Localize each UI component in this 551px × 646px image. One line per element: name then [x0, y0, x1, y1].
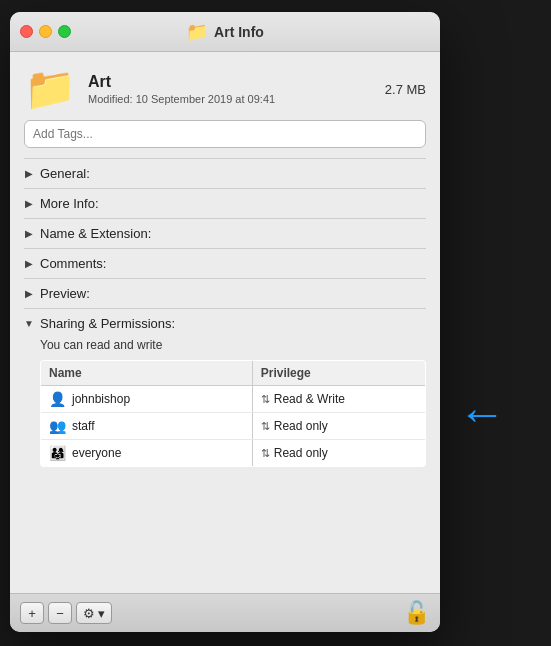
name-extension-arrow-icon	[24, 229, 34, 239]
maximize-button[interactable]	[58, 25, 71, 38]
section-name-extension-label: Name & Extension:	[40, 226, 151, 241]
section-sharing-header[interactable]: Sharing & Permissions:	[24, 309, 426, 338]
privilege-cell-johnbishop: ⇅ Read & Write	[252, 386, 425, 413]
title-bar-folder-icon: 📁	[186, 21, 208, 43]
username-everyone: everyone	[72, 446, 121, 460]
section-sharing-label: Sharing & Permissions:	[40, 316, 175, 331]
username-johnbishop: johnbishop	[72, 392, 130, 406]
table-row: 👤 johnbishop ⇅ Read & Write	[41, 386, 426, 413]
section-more-info-label: More Info:	[40, 196, 99, 211]
section-preview: Preview:	[24, 278, 426, 308]
privilege-value-johnbishop: Read & Write	[274, 392, 345, 406]
blue-arrow-indicator: ←	[458, 390, 506, 438]
permissions-table: Name Privilege 👤 johnbishop	[40, 360, 426, 467]
privilege-value-staff: Read only	[274, 419, 328, 433]
sharing-arrow-icon	[24, 319, 34, 329]
section-general-label: General:	[40, 166, 90, 181]
traffic-lights	[20, 25, 71, 38]
section-general-header[interactable]: General:	[24, 159, 426, 188]
section-sharing-permissions: Sharing & Permissions: You can read and …	[24, 308, 426, 475]
file-size-container: 2.7 MB	[385, 82, 426, 97]
more-info-arrow-icon	[24, 199, 34, 209]
user-cell-everyone: 👨‍👩‍👧 everyone	[41, 440, 253, 467]
lock-icon[interactable]: 🔓	[403, 600, 430, 626]
privilege-arrows-everyone: ⇅	[261, 447, 270, 460]
user-icon-everyone: 👨‍👩‍👧	[49, 445, 66, 461]
section-comments-header[interactable]: Comments:	[24, 249, 426, 278]
section-general: General:	[24, 158, 426, 188]
section-more-info-header[interactable]: More Info:	[24, 189, 426, 218]
file-modified: Modified: 10 September 2019 at 09:41	[88, 93, 373, 105]
general-arrow-icon	[24, 169, 34, 179]
file-size: 2.7 MB	[385, 82, 426, 97]
title-bar: 📁 Art Info	[10, 12, 440, 52]
file-header: 📁 Art Modified: 10 September 2019 at 09:…	[24, 62, 426, 120]
sharing-description: You can read and write	[40, 338, 426, 352]
gear-icon: ⚙	[83, 606, 95, 621]
section-name-extension: Name & Extension:	[24, 218, 426, 248]
privilege-arrows-staff: ⇅	[261, 420, 270, 433]
bottom-toolbar: + − ⚙ ▾ 🔓	[10, 593, 440, 632]
col-name-header: Name	[41, 361, 253, 386]
privilege-arrows-johnbishop: ⇅	[261, 393, 270, 406]
gear-button[interactable]: ⚙ ▾	[76, 602, 112, 624]
sharing-content: You can read and write Name Privilege	[24, 338, 426, 475]
section-comments: Comments:	[24, 248, 426, 278]
table-row: 👥 staff ⇅ Read only	[41, 413, 426, 440]
privilege-cell-everyone: ⇅ Read only	[252, 440, 425, 467]
section-preview-label: Preview:	[40, 286, 90, 301]
file-info: Art Modified: 10 September 2019 at 09:41	[88, 73, 373, 105]
user-icon-johnbishop: 👤	[49, 391, 66, 407]
window-title: Art Info	[214, 24, 264, 40]
toolbar-left: + − ⚙ ▾	[20, 602, 112, 624]
table-row: 👨‍👩‍👧 everyone ⇅ Read only	[41, 440, 426, 467]
privilege-cell-staff: ⇅ Read only	[252, 413, 425, 440]
privilege-value-everyone: Read only	[274, 446, 328, 460]
comments-arrow-icon	[24, 259, 34, 269]
file-name: Art	[88, 73, 373, 91]
info-window: 📁 Art Info 📁 Art Modified: 10 September …	[10, 12, 440, 632]
section-name-extension-header[interactable]: Name & Extension:	[24, 219, 426, 248]
tags-input[interactable]	[24, 120, 426, 148]
section-comments-label: Comments:	[40, 256, 106, 271]
close-button[interactable]	[20, 25, 33, 38]
user-cell-staff: 👥 staff	[41, 413, 253, 440]
file-folder-icon: 📁	[24, 68, 76, 110]
chevron-down-icon: ▾	[98, 606, 105, 621]
add-button[interactable]: +	[20, 602, 44, 624]
content-area: 📁 Art Modified: 10 September 2019 at 09:…	[10, 52, 440, 593]
minimize-button[interactable]	[39, 25, 52, 38]
user-icon-staff: 👥	[49, 418, 66, 434]
section-preview-header[interactable]: Preview:	[24, 279, 426, 308]
username-staff: staff	[72, 419, 94, 433]
col-privilege-header: Privilege	[252, 361, 425, 386]
remove-button[interactable]: −	[48, 602, 72, 624]
user-cell-johnbishop: 👤 johnbishop	[41, 386, 253, 413]
preview-arrow-icon	[24, 289, 34, 299]
section-more-info: More Info:	[24, 188, 426, 218]
